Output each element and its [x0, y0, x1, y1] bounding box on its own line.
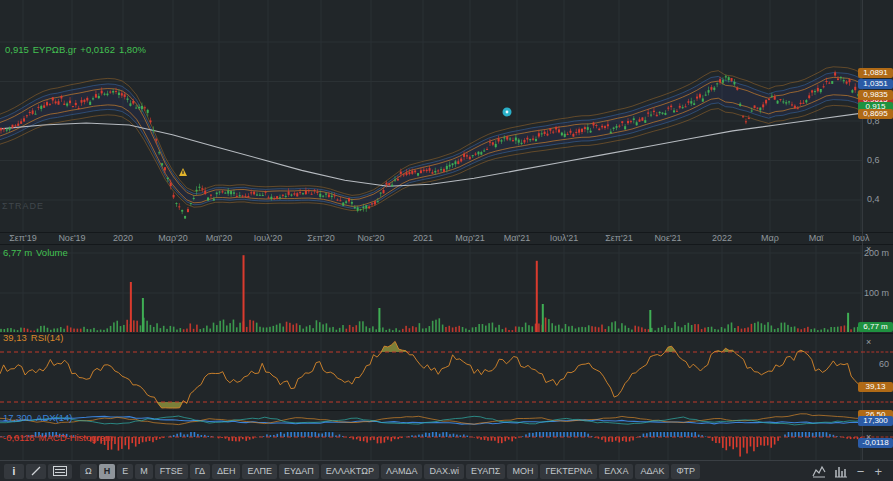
symbol-button-μοη[interactable]: ΜΟΗ [507, 464, 538, 479]
adx-legend: 17,300ADX(14) [3, 412, 77, 423]
draw-line-button[interactable] [26, 464, 46, 479]
symbol-button-dax.wi[interactable]: DAX.wi [424, 464, 464, 479]
volume-name: Volume [36, 247, 68, 258]
watchlist-button[interactable] [48, 464, 72, 479]
rsi-tag: 39,13 [858, 382, 893, 392]
pane-separator [0, 431, 893, 432]
price-tag: 0,8695 [858, 109, 893, 119]
symbol-button-ελλακτωρ[interactable]: ΕΛΛΑΚΤΩΡ [321, 464, 379, 479]
price-tag: 1,0351 [858, 79, 893, 89]
info-icon: i [13, 466, 16, 477]
symbol-button-φτρ[interactable]: ΦΤΡ [671, 464, 700, 479]
adx-pane-canvas[interactable] [0, 410, 862, 431]
volume-value: 6,77 m [3, 247, 32, 258]
symbol-button-e[interactable]: E [117, 464, 133, 479]
rsi-value: 39,13 [3, 332, 27, 343]
time-axis-label: Νοε'21 [654, 233, 681, 243]
symbol-button-δεη[interactable]: ΔΕΗ [212, 464, 241, 479]
symbol-button-ftse[interactable]: FTSE [155, 464, 188, 479]
symbol-button-ευαπς[interactable]: ΕΥΑΠΣ [466, 464, 505, 479]
symbol-strip: ΩHEMFTSEΓΔΔΕΗΕΛΠΕΕΥΔΑΠΕΛΛΑΚΤΩΡΛΑΜΔΑDAX.w… [79, 464, 701, 479]
close-indicator-button[interactable]: × [866, 433, 871, 442]
price-scale-label: 0,6 [867, 155, 880, 165]
volume-tag: 6,77 m [858, 322, 893, 332]
zoom-out-button[interactable]: − [852, 464, 870, 479]
macd-value: -0,0118 [3, 432, 35, 443]
price-change-pct: 1,80% [119, 44, 146, 55]
pane-separator [0, 333, 893, 334]
time-axis-label: Μαϊ [809, 233, 824, 243]
symbol-button-ω[interactable]: Ω [80, 464, 97, 479]
toolbar-right: − + [808, 464, 887, 479]
time-axis-label: Μαρ'20 [158, 233, 188, 243]
time-axis-label: Μαρ [761, 233, 779, 243]
macd-pane-canvas[interactable] [0, 431, 862, 460]
rsi-name: RSI(14) [31, 332, 64, 343]
volume-legend: 6,77 mVolume [3, 247, 72, 258]
time-axis-label: Νοε'20 [357, 233, 384, 243]
macd-name: MACD-Histogram [39, 432, 113, 443]
price-chart-canvas[interactable] [0, 0, 862, 233]
price-legend: 0,915EYPΩB.gr+0,01621,80% [5, 44, 150, 55]
price-tag: 0,9835 [858, 90, 893, 100]
time-axis-label: Ιουλ'21 [550, 233, 579, 243]
level-line-stub [862, 352, 893, 353]
symbol-button-αδακ[interactable]: ΑΔΑΚ [635, 464, 669, 479]
pane-separator [0, 410, 893, 411]
info-button[interactable]: i [4, 464, 24, 479]
rsi-legend: 39,13RSI(14) [3, 332, 68, 343]
macd-legend: -0,0118MACD-Histogram [3, 432, 117, 443]
symbol-button-m[interactable]: M [135, 464, 153, 479]
symbol-button-h[interactable]: H [99, 464, 116, 479]
time-axis[interactable]: Σεπ'19Νοε'192020Μαρ'20Μαϊ'20Ιουλ'20Σεπ'2… [0, 233, 862, 244]
time-axis-label: Μαϊ'21 [504, 233, 530, 243]
time-axis-label: Ιουλ'20 [254, 233, 283, 243]
time-axis-label: Μαρ'21 [455, 233, 485, 243]
zoom-in-button[interactable]: + [869, 464, 887, 479]
symbol-button-ελχα[interactable]: ΕΛΧΑ [599, 464, 633, 479]
platform-watermark: ΣTRADE [2, 201, 44, 211]
macd-tag: -0,0118 [858, 438, 893, 448]
pencil-icon [30, 465, 42, 477]
time-axis-label: Νοε'19 [58, 233, 85, 243]
symbol-button-γδ[interactable]: ΓΔ [190, 464, 210, 479]
time-axis-label: 2022 [712, 233, 732, 243]
time-axis-label: 2021 [413, 233, 433, 243]
rsi-scale-label: 60 [862, 359, 889, 369]
time-axis-label: 2020 [113, 233, 133, 243]
last-price: 0,915 [5, 44, 29, 55]
volume-scale-label: 100 m [862, 288, 889, 298]
bottom-toolbar: i ΩHEMFTSEΓΔΔΕΗΕΛΠΕΕΥΔΑΠΕΛΛΑΚΤΩΡΛΑΜΔΑDAX… [0, 460, 893, 481]
adx-tag: 17,300 [858, 416, 893, 426]
trading-app: 0,915EYPΩB.gr+0,01621,80% ΣTRADE 6,77 mV… [0, 0, 893, 481]
symbol-button-ελπε[interactable]: ΕΛΠΕ [242, 464, 277, 479]
close-indicator-button[interactable]: × [866, 338, 871, 347]
price-scale-label: 0,4 [867, 194, 880, 204]
pane-separator [0, 244, 893, 245]
adx-name: ADX(14) [36, 412, 72, 423]
rsi-pane-canvas[interactable] [0, 333, 862, 410]
symbol-button-λαμδα[interactable]: ΛΑΜΔΑ [381, 464, 423, 479]
time-axis-label: Σεπ'20 [307, 233, 335, 243]
close-indicator-button[interactable]: × [866, 245, 871, 254]
adx-value: 17,300 [3, 412, 32, 423]
price-tag: 1,0891 [858, 68, 893, 78]
chart-line-icon[interactable] [812, 465, 826, 478]
price-change: +0,0162 [80, 44, 115, 55]
price-scale[interactable]: 0,80,60,4200 m100 m60401,08911,03510,983… [862, 0, 893, 460]
watchlist-icon [53, 466, 67, 476]
time-axis-label: Σεπ'21 [605, 233, 633, 243]
time-axis-label: Σεπ'19 [9, 233, 37, 243]
chart-histogram-icon[interactable] [834, 465, 848, 478]
symbol-name: EYPΩB.gr [33, 44, 77, 55]
volume-pane-canvas[interactable] [0, 245, 862, 333]
symbol-button-γεκτερνα[interactable]: ΓΕΚΤΕΡΝΑ [540, 464, 597, 479]
time-axis-label: Μαϊ'20 [206, 233, 232, 243]
symbol-button-ευδαπ[interactable]: ΕΥΔΑΠ [279, 464, 319, 479]
level-line-stub [862, 402, 893, 403]
